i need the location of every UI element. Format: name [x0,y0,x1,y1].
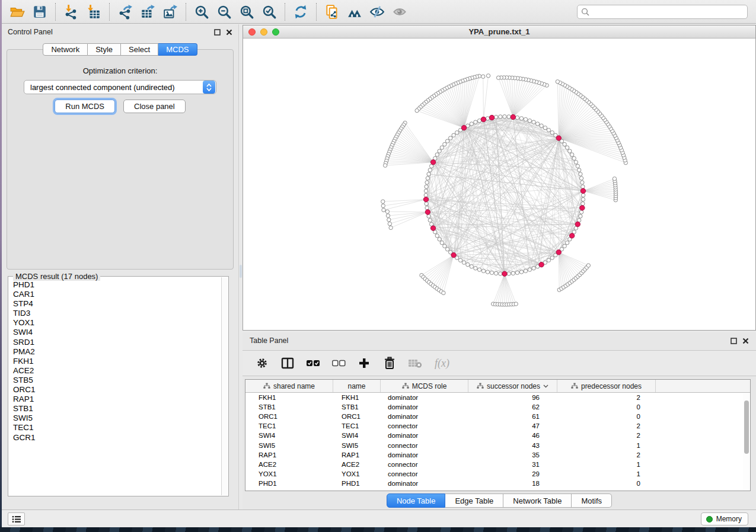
table-row[interactable]: ORC1ORC1dominator610 [245,412,750,421]
close-panel-icon[interactable] [226,29,232,36]
mcds-hub-node[interactable] [556,136,561,140]
add-column-button[interactable] [356,355,372,371]
mcds-result-item[interactable]: TEC1 [13,423,228,432]
table-row[interactable]: STB1STB1dominator620 [245,402,750,412]
split-panel-button[interactable] [280,355,295,371]
zoom-in-button[interactable] [193,3,210,21]
table-row[interactable]: SWI5SWI5connector431 [245,440,750,450]
mcds-result-item[interactable]: RAP1 [13,395,228,404]
table-row[interactable]: YOX1YOX1connector291 [245,469,750,479]
zoom-fit-button[interactable] [238,3,256,21]
mcds-list-scrollbar[interactable] [221,277,228,495]
mcds-hub-node[interactable] [511,114,515,119]
mcds-result-item[interactable]: PMA2 [13,347,228,357]
show-panel-list-button[interactable] [8,512,25,525]
zoom-selected-button[interactable] [260,3,278,21]
first-neighbors-button[interactable] [346,3,363,21]
mcds-hub-node[interactable] [430,160,435,165]
apply-layout-button[interactable] [292,3,310,21]
network-window-titlebar[interactable]: YPA_prune.txt_1 [243,25,755,39]
tab-select[interactable]: Select [121,43,158,56]
mcds-hub-node[interactable] [423,197,428,201]
col-header-predecessor-nodes[interactable]: predecessor nodes [557,380,656,392]
mcds-result-item[interactable]: SWI4 [13,328,228,337]
tab-style[interactable]: Style [88,43,121,56]
mcds-hub-node[interactable] [580,206,585,210]
col-header-mcds-role[interactable]: MCDS role [381,380,468,392]
close-table-panel-icon[interactable] [742,338,749,344]
optimization-criterion-select[interactable]: largest connected component (undirected) [24,80,216,94]
mcds-result-item[interactable]: STP4 [13,299,228,309]
tab-network-table[interactable]: Network Table [503,493,572,508]
hide-selected-button[interactable] [368,3,386,21]
search-input[interactable] [577,5,748,19]
zoom-out-button[interactable] [215,3,233,21]
table-row[interactable]: TEC1TEC1connector472 [245,421,750,431]
mcds-hub-node[interactable] [425,210,430,214]
tab-node-table[interactable]: Node Table [387,493,446,508]
tab-network[interactable]: Network [43,43,88,56]
mcds-result-item[interactable]: FKH1 [13,357,228,366]
delete-column-button[interactable] [382,355,397,371]
table-row[interactable]: ACE2ACE2connector311 [245,460,750,469]
mcds-result-list[interactable]: PHD1CAR1STP4TID3YOX1SWI4SRD1PMA2FKH1ACE2… [8,277,228,443]
memory-button[interactable]: Memory [701,512,748,525]
mcds-result-item[interactable]: PHD1 [13,280,228,290]
table-row[interactable]: PHD1PHD1dominator180 [245,479,750,488]
table-row[interactable]: SWI4SWI4dominator462 [245,431,750,440]
col-header-successor-nodes[interactable]: successor nodes [468,380,557,392]
open-session-button[interactable] [8,3,26,21]
col-header-name[interactable]: name [333,380,381,392]
save-session-button[interactable] [31,3,49,21]
new-network-from-selection-button[interactable] [323,3,341,21]
table-row[interactable]: FKH1FKH1dominator962 [245,393,750,402]
mcds-hub-node[interactable] [570,233,575,238]
cell-shared-name: TEC1 [245,421,333,431]
mcds-result-item[interactable]: SWI5 [13,414,228,423]
mcds-hub-node[interactable] [430,226,435,230]
mcds-result-item[interactable]: ORC1 [13,385,228,395]
search-icon [581,8,589,16]
col-header-shared-name[interactable]: shared name [245,380,333,392]
deselect-all-rows-button[interactable] [331,355,346,371]
mcds-hub-node[interactable] [580,188,585,193]
mcds-result-item[interactable]: CAR1 [13,290,228,299]
import-network-button[interactable] [62,3,80,21]
mcds-result-item[interactable]: SRD1 [13,338,228,347]
splitter-grip[interactable] [240,265,242,278]
run-mcds-button[interactable]: Run MCDS [55,100,115,113]
mcds-hub-node[interactable] [575,222,580,226]
export-network-button[interactable] [116,3,134,21]
table-scrollbar-thumb[interactable] [744,400,749,454]
export-network-icon [117,4,133,20]
export-image-button[interactable] [161,3,179,21]
tab-mcds[interactable]: MCDS [158,43,197,56]
mcds-hub-node[interactable] [556,250,561,255]
mcds-result-item[interactable]: STB5 [13,376,228,385]
mcds-hub-node[interactable] [502,271,507,276]
save-floppy-icon [32,4,47,20]
mcds-result-item[interactable]: TID3 [13,309,228,318]
table-row[interactable]: RAP1RAP1dominator352 [245,450,750,460]
mcds-hub-node[interactable] [461,126,466,130]
network-canvas[interactable] [243,39,755,330]
mcds-result-item[interactable]: GCR1 [13,433,228,443]
tab-motifs[interactable]: Motifs [572,493,612,508]
select-all-rows-button[interactable] [305,355,321,371]
mcds-result-item[interactable]: STB1 [13,404,228,414]
column-settings-button[interactable] [254,355,270,371]
export-table-button[interactable] [139,3,157,21]
mcds-hub-node[interactable] [481,117,486,121]
float-table-panel-icon[interactable] [731,338,737,344]
tab-edge-table[interactable]: Edge Table [445,493,503,508]
close-panel-button[interactable]: Close panel [123,100,186,113]
import-table-button[interactable] [85,3,103,21]
tree-icon [571,383,578,389]
table-scrollbar[interactable] [743,393,749,490]
float-panel-icon[interactable] [214,29,221,36]
mcds-hub-node[interactable] [451,252,456,257]
mcds-hub-node[interactable] [489,115,494,120]
mcds-result-item[interactable]: ACE2 [13,366,228,376]
mcds-result-item[interactable]: YOX1 [13,318,228,328]
mcds-hub-node[interactable] [539,262,544,267]
